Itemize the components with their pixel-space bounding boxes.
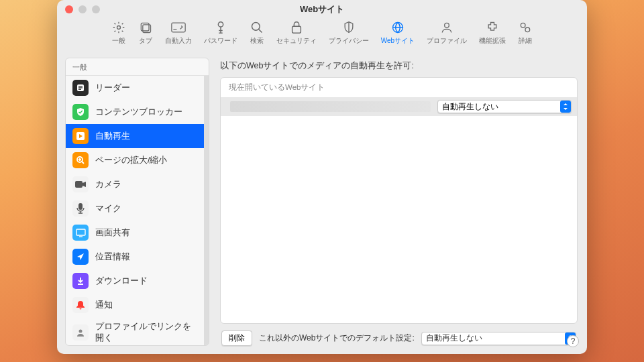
extensions-icon: [485, 20, 500, 35]
passwords-icon: [213, 20, 228, 35]
site-row[interactable]: 自動再生しない: [221, 97, 577, 116]
shield-icon: [72, 104, 89, 120]
camera-icon: [72, 176, 89, 192]
privacy-icon: [341, 20, 356, 35]
zoom-icon: [72, 152, 89, 168]
sidebar-item-content-blockers[interactable]: コンテンツブロッカー: [66, 100, 204, 124]
sidebar-item-open-links[interactable]: プロファイルでリンクを開く: [66, 317, 204, 345]
tab-label: タブ: [139, 36, 152, 46]
tab-extensions[interactable]: 機能拡張: [479, 20, 506, 46]
sidebar-item-label: カメラ: [95, 179, 121, 190]
svg-rect-12: [78, 86, 83, 86]
sidebar-item-camera[interactable]: カメラ: [66, 172, 204, 196]
sidebar-section-label: 一般: [66, 58, 209, 76]
window-title: Webサイト: [57, 3, 587, 15]
help-button[interactable]: ?: [567, 335, 579, 347]
svg-rect-18: [78, 203, 83, 210]
content-area: 一般 リーダーコンテンツブロッカー自動再生ページの拡大/縮小カメラマイク画面共有…: [57, 51, 587, 354]
search-icon: [250, 20, 264, 35]
tab-general[interactable]: 一般: [111, 20, 126, 46]
svg-point-9: [521, 23, 526, 27]
tab-label: 自動入力: [165, 36, 192, 46]
tab-security[interactable]: セキュリティ: [276, 20, 317, 46]
main-heading: 以下のWebサイトでのメディアの自動再生を許可:: [220, 60, 578, 72]
sidebar-item-label: リーダー: [95, 82, 130, 94]
svg-rect-3: [172, 23, 185, 32]
tab-label: 一般: [112, 36, 125, 46]
tab-profiles[interactable]: プロファイル: [427, 20, 467, 46]
download-icon: [72, 273, 89, 289]
autoplay-policy-select[interactable]: 自動再生しない: [437, 100, 572, 113]
svg-rect-19: [76, 229, 85, 235]
tab-label: プライバシー: [329, 36, 369, 46]
sidebar: 一般 リーダーコンテンツブロッカー自動再生ページの拡大/縮小カメラマイク画面共有…: [65, 58, 209, 346]
tabs-icon: [138, 20, 153, 35]
sidebar-item-label: ページの拡大/縮小: [95, 155, 167, 166]
websites-icon: [390, 20, 405, 35]
preferences-toolbar: 一般タブ自動入力パスワード検索セキュリティプライバシーWebサイトプロファイル機…: [57, 19, 587, 51]
tab-label: 検索: [250, 36, 264, 46]
svg-point-20: [79, 330, 83, 333]
chevron-updown-icon: [560, 101, 571, 113]
tab-search[interactable]: 検索: [250, 20, 264, 46]
tab-label: パスワード: [204, 36, 237, 46]
profile-icon: [72, 324, 89, 341]
tab-label: 詳細: [519, 36, 532, 46]
sidebar-item-location[interactable]: 位置情報: [66, 245, 204, 269]
sidebar-item-label: 通知: [95, 300, 113, 311]
delete-button[interactable]: 削除: [221, 330, 252, 346]
select-value: 自動再生しない: [442, 102, 560, 112]
svg-rect-13: [78, 87, 83, 88]
svg-rect-1: [141, 23, 149, 31]
bell-icon: [72, 297, 89, 313]
play-icon: [72, 128, 89, 144]
sidebar-item-reader[interactable]: リーダー: [66, 76, 204, 100]
svg-rect-6: [292, 26, 301, 33]
sidebar-item-downloads[interactable]: ダウンロード: [66, 269, 204, 293]
svg-point-0: [117, 26, 120, 29]
sidebar-item-label: 画面共有: [95, 227, 130, 239]
default-policy-select[interactable]: 自動再生しない: [421, 332, 576, 345]
autofill-icon: [171, 20, 186, 35]
sidebar-item-label: 位置情報: [95, 251, 130, 263]
preferences-window: Webサイト 一般タブ自動入力パスワード検索セキュリティプライバシーWebサイト…: [57, 0, 587, 354]
advanced-icon: [518, 20, 533, 35]
reader-icon: [72, 80, 89, 96]
select-value: 自動再生しない: [426, 333, 565, 343]
site-name-redacted: [230, 101, 431, 112]
sidebar-item-microphone[interactable]: マイク: [66, 196, 204, 221]
tab-label: 機能拡張: [479, 36, 506, 46]
default-policy-label: これ以外のWebサイトでのデフォルト設定:: [259, 333, 415, 344]
mic-icon: [72, 200, 89, 217]
svg-point-8: [445, 23, 449, 27]
svg-rect-14: [78, 89, 81, 90]
sidebar-item-screen-sharing[interactable]: 画面共有: [66, 221, 204, 245]
tab-advanced[interactable]: 詳細: [518, 20, 533, 46]
sidebar-item-page-zoom[interactable]: ページの拡大/縮小: [66, 148, 204, 172]
sidebar-item-autoplay[interactable]: 自動再生: [66, 124, 204, 148]
svg-rect-17: [75, 181, 83, 188]
svg-point-10: [525, 27, 530, 32]
sidebar-item-label: ダウンロード: [95, 276, 148, 287]
scrollbar[interactable]: [204, 76, 209, 345]
site-list: 現在開いているWebサイト 自動再生しない: [220, 77, 578, 324]
sidebar-item-label: プロファイルでリンクを開く: [95, 321, 197, 344]
svg-point-5: [252, 23, 260, 31]
security-icon: [289, 20, 304, 35]
tab-label: プロファイル: [427, 36, 467, 46]
tab-passwords[interactable]: パスワード: [204, 20, 237, 46]
tab-tabs[interactable]: タブ: [138, 20, 153, 46]
sidebar-item-label: マイク: [95, 203, 121, 215]
tab-autofill[interactable]: 自動入力: [165, 20, 192, 46]
site-list-header: 現在開いているWebサイト: [221, 78, 577, 97]
tab-websites[interactable]: Webサイト: [381, 20, 415, 46]
footer-row: 削除 これ以外のWebサイトでのデフォルト設定: 自動再生しない: [220, 324, 578, 346]
main-panel: 以下のWebサイトでのメディアの自動再生を許可: 現在開いているWebサイト 自…: [219, 58, 579, 346]
sidebar-item-notifications[interactable]: 通知: [66, 293, 204, 317]
tab-label: セキュリティ: [276, 36, 317, 46]
titlebar: Webサイト: [57, 0, 587, 19]
location-icon: [72, 249, 89, 265]
tab-privacy[interactable]: プライバシー: [329, 20, 369, 46]
sidebar-item-label: 自動再生: [95, 131, 130, 142]
sidebar-list[interactable]: リーダーコンテンツブロッカー自動再生ページの拡大/縮小カメラマイク画面共有位置情…: [66, 76, 204, 345]
